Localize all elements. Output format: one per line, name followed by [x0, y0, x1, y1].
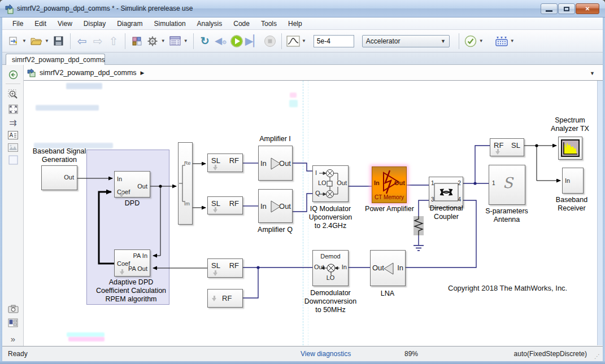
- simulation-mode-caret-icon: ▼: [441, 38, 446, 44]
- rf-block[interactable]: RF: [207, 289, 243, 308]
- zoom-icon: [8, 89, 19, 100]
- spectrum-analyzer-block[interactable]: [558, 137, 582, 160]
- save-button[interactable]: [51, 33, 66, 49]
- model-data-editor-button[interactable]: [168, 33, 182, 49]
- signal-lines-button[interactable]: ⇉: [6, 117, 20, 129]
- power-amplifier-block[interactable]: In Out CT Memory: [372, 166, 407, 203]
- amplifier-q-block[interactable]: In Out: [258, 189, 293, 223]
- spectrum-analyzer-label: SpectrumAnalyzer TX: [536, 116, 597, 133]
- port-label: RF: [494, 141, 503, 150]
- menu-tools[interactable]: Tools: [255, 18, 282, 29]
- up-button[interactable]: ⇧: [106, 33, 121, 49]
- camera-icon: [8, 305, 19, 313]
- minimize-button[interactable]: [541, 3, 558, 14]
- simulation-mode-dropdown[interactable]: Accelerator ▼: [362, 35, 450, 47]
- model-settings-caret[interactable]: ▼: [161, 38, 166, 43]
- menu-diagram[interactable]: Diagram: [111, 18, 148, 29]
- menu-help[interactable]: Help: [282, 18, 308, 29]
- keyboard-shortcuts-button[interactable]: [494, 33, 509, 49]
- simulation-data-inspector-button[interactable]: [286, 33, 301, 49]
- view-diagnostics-link[interactable]: View diagnostics: [301, 350, 351, 358]
- down-arrow-icon: [213, 207, 218, 213]
- port-label: In: [397, 264, 403, 272]
- forward-button[interactable]: ⇨: [90, 33, 105, 49]
- breadcrumb-dropdown-caret[interactable]: ▼: [590, 71, 595, 76]
- port-label: RF: [222, 294, 232, 302]
- model-tab[interactable]: simrfV2_powamp_dpd_comms: [6, 54, 105, 65]
- iq-modulator-block[interactable]: I LO Q Out: [312, 165, 349, 202]
- menu-edit[interactable]: Edit: [29, 18, 52, 29]
- menu-display[interactable]: Display: [78, 18, 111, 29]
- new-model-button[interactable]: [6, 33, 21, 49]
- sl-to-rf-i-block[interactable]: SL RF: [207, 154, 243, 172]
- close-button[interactable]: ✕: [576, 3, 599, 14]
- amplifier-i-block[interactable]: In Out: [258, 146, 293, 181]
- area-button[interactable]: [6, 154, 20, 166]
- up-arrow-icon: ⇧: [108, 36, 118, 47]
- resize-grip[interactable]: ⋰: [594, 353, 600, 359]
- s-parameters-antenna-block[interactable]: 1 S: [489, 165, 525, 205]
- menu-view[interactable]: View: [52, 18, 78, 29]
- stop-button[interactable]: [263, 33, 277, 49]
- directional-coupler-block[interactable]: 1 2 3 4: [429, 177, 463, 208]
- simulation-stop-time-input[interactable]: [314, 35, 354, 47]
- new-model-caret[interactable]: ▼: [22, 38, 27, 43]
- baseband-receiver-block[interactable]: In: [562, 168, 584, 194]
- down-arrow-icon: [495, 149, 500, 155]
- maximize-button[interactable]: [558, 3, 575, 14]
- step-forward-button[interactable]: ▶▏: [245, 33, 262, 49]
- zoom-tool-button[interactable]: [6, 88, 20, 100]
- update-diagram-button[interactable]: ↻: [198, 33, 212, 49]
- hide-explorer-button[interactable]: [6, 68, 20, 81]
- close-icon: ✕: [585, 6, 590, 12]
- amplifier-triangle-icon: [271, 157, 281, 170]
- simulation-data-inspector-caret[interactable]: ▼: [302, 38, 306, 43]
- baseband-gen-block[interactable]: Out: [41, 165, 77, 190]
- model-advisor-caret[interactable]: ▼: [479, 38, 484, 43]
- annotation-button[interactable]: A: [6, 129, 20, 141]
- keyboard-shortcuts-caret[interactable]: ▼: [510, 38, 515, 43]
- menu-code[interactable]: Code: [228, 18, 255, 29]
- solver-indicator[interactable]: auto(FixedStepDiscrete): [514, 350, 587, 358]
- port-label: I: [315, 169, 317, 176]
- adaptive-dpd-block[interactable]: Coef PA In PA Out: [114, 249, 150, 277]
- breadcrumb-model-name[interactable]: simrfV2_powamp_dpd_comms: [40, 69, 137, 77]
- menubar: File Edit View Display Diagram Simulatio…: [2, 17, 603, 30]
- menu-analysis[interactable]: Analysis: [191, 18, 228, 29]
- window-frame-bottom: [0, 361, 605, 364]
- model-advisor-button[interactable]: [463, 33, 478, 49]
- image-button[interactable]: [6, 141, 20, 154]
- lna-block[interactable]: Out In: [370, 250, 406, 286]
- step-back-button[interactable]: ◀⚙: [214, 33, 228, 49]
- run-button[interactable]: [229, 33, 244, 49]
- library-browser-button[interactable]: [129, 33, 144, 49]
- menu-simulation[interactable]: Simulation: [149, 18, 191, 29]
- baseband-gen-label: Baseband SignalGeneration: [25, 147, 93, 164]
- complex-to-real-imag-block[interactable]: Re Im: [178, 142, 193, 225]
- port-label: RF: [229, 261, 239, 270]
- open-button[interactable]: [29, 33, 43, 49]
- rf-to-sl-block[interactable]: RF SL: [490, 138, 524, 156]
- open-caret[interactable]: ▼: [45, 38, 49, 43]
- menu-file[interactable]: File: [7, 18, 29, 29]
- viewmarks-button[interactable]: [6, 317, 20, 329]
- model-canvas[interactable]: Baseband SignalGeneration Out In Coef Ou…: [24, 81, 597, 345]
- back-button[interactable]: ⇦: [75, 33, 89, 49]
- screenshot-button[interactable]: [6, 302, 20, 315]
- demodulator-block[interactable]: Demod Out In LO: [312, 250, 349, 286]
- dpd-block[interactable]: In Coef Out: [114, 171, 150, 198]
- port-label: Q: [315, 190, 320, 196]
- vertical-scrollbar[interactable]: [597, 81, 603, 345]
- titlebar[interactable]: simrfV2_powamp_dpd_comms * - Simulink pr…: [0, 0, 605, 17]
- port-label: Out: [137, 183, 147, 190]
- down-arrow-icon: [119, 192, 124, 198]
- sl-to-rf-q-block[interactable]: SL RF: [207, 196, 243, 214]
- model-settings-button[interactable]: [145, 33, 160, 49]
- sl-to-rf-feedback-block[interactable]: SL RF: [207, 258, 243, 278]
- fit-to-view-button[interactable]: [6, 103, 20, 115]
- expand-palette-button[interactable]: »: [6, 332, 20, 345]
- model-data-editor-caret[interactable]: ▼: [184, 38, 188, 43]
- down-arrow-icon: [213, 165, 218, 170]
- breadcrumb-chevron-icon[interactable]: ▶: [141, 70, 145, 76]
- zoom-level: 89%: [404, 350, 418, 358]
